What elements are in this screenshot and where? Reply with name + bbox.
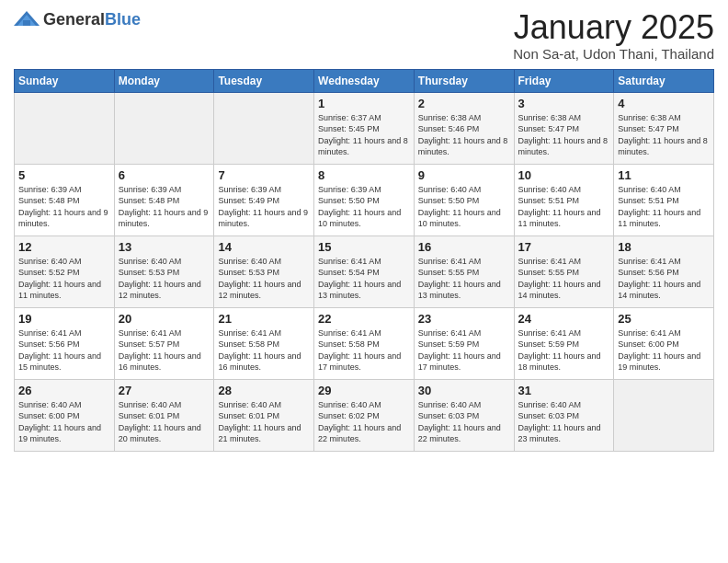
day-number: 8 xyxy=(318,168,410,182)
day-info: Sunrise: 6:41 AMSunset: 5:56 PMDaylight:… xyxy=(618,256,710,302)
logo: GeneralBlue xyxy=(14,9,141,29)
day-number: 26 xyxy=(18,384,110,397)
col-friday: Friday xyxy=(514,69,614,92)
calendar-title: January 2025 xyxy=(513,9,714,46)
day-number: 6 xyxy=(119,168,210,182)
day-info: Sunrise: 6:38 AMSunset: 5:47 PMDaylight:… xyxy=(618,112,710,158)
calendar-cell: 20 Sunrise: 6:41 AMSunset: 5:57 PMDaylig… xyxy=(114,307,214,379)
calendar-table: Sunday Monday Tuesday Wednesday Thursday… xyxy=(14,69,714,452)
calendar-cell: 5 Sunrise: 6:39 AMSunset: 5:48 PMDayligh… xyxy=(15,164,115,236)
calendar-cell: 23 Sunrise: 6:41 AMSunset: 5:59 PMDaylig… xyxy=(414,307,514,379)
calendar-cell: 11 Sunrise: 6:40 AMSunset: 5:51 PMDaylig… xyxy=(614,164,714,236)
day-number: 1 xyxy=(318,97,410,110)
day-info: Sunrise: 6:40 AMSunset: 5:51 PMDaylight:… xyxy=(618,184,710,230)
calendar-week-4: 19 Sunrise: 6:41 AMSunset: 5:56 PMDaylig… xyxy=(15,307,714,379)
calendar-cell: 4 Sunrise: 6:38 AMSunset: 5:47 PMDayligh… xyxy=(614,92,714,164)
calendar-page: GeneralBlue January 2025 Non Sa-at, Udon… xyxy=(0,0,728,563)
calendar-cell: 10 Sunrise: 6:40 AMSunset: 5:51 PMDaylig… xyxy=(514,164,614,236)
calendar-cell xyxy=(214,92,314,164)
logo-text: GeneralBlue xyxy=(43,11,141,28)
calendar-cell: 24 Sunrise: 6:41 AMSunset: 5:59 PMDaylig… xyxy=(514,307,614,379)
day-number: 30 xyxy=(418,384,510,397)
day-number: 17 xyxy=(518,240,610,254)
day-info: Sunrise: 6:40 AMSunset: 6:03 PMDaylight:… xyxy=(418,399,510,445)
calendar-cell: 22 Sunrise: 6:41 AMSunset: 5:58 PMDaylig… xyxy=(314,307,415,379)
day-info: Sunrise: 6:40 AMSunset: 5:53 PMDaylight:… xyxy=(119,256,210,302)
calendar-header: Sunday Monday Tuesday Wednesday Thursday… xyxy=(15,69,714,92)
day-info: Sunrise: 6:38 AMSunset: 5:46 PMDaylight:… xyxy=(418,112,510,158)
day-number: 7 xyxy=(218,168,310,182)
day-number: 28 xyxy=(218,384,310,397)
day-info: Sunrise: 6:39 AMSunset: 5:49 PMDaylight:… xyxy=(218,184,310,230)
day-info: Sunrise: 6:41 AMSunset: 5:54 PMDaylight:… xyxy=(318,256,410,302)
calendar-cell: 15 Sunrise: 6:41 AMSunset: 5:54 PMDaylig… xyxy=(314,236,415,307)
day-number: 25 xyxy=(618,312,710,326)
calendar-cell: 1 Sunrise: 6:37 AMSunset: 5:45 PMDayligh… xyxy=(314,92,415,164)
day-number: 31 xyxy=(518,384,610,397)
day-number: 5 xyxy=(18,168,110,182)
calendar-cell: 9 Sunrise: 6:40 AMSunset: 5:50 PMDayligh… xyxy=(414,164,514,236)
day-number: 3 xyxy=(518,97,610,110)
day-number: 12 xyxy=(18,240,110,254)
day-info: Sunrise: 6:40 AMSunset: 6:02 PMDaylight:… xyxy=(318,399,410,445)
logo-icon xyxy=(14,9,40,29)
day-info: Sunrise: 6:41 AMSunset: 5:55 PMDaylight:… xyxy=(418,256,510,302)
calendar-cell: 25 Sunrise: 6:41 AMSunset: 6:00 PMDaylig… xyxy=(614,307,714,379)
day-info: Sunrise: 6:40 AMSunset: 5:51 PMDaylight:… xyxy=(518,184,610,230)
calendar-cell: 3 Sunrise: 6:38 AMSunset: 5:47 PMDayligh… xyxy=(514,92,614,164)
calendar-cell: 21 Sunrise: 6:41 AMSunset: 5:58 PMDaylig… xyxy=(214,307,314,379)
day-info: Sunrise: 6:41 AMSunset: 5:57 PMDaylight:… xyxy=(119,327,210,373)
day-info: Sunrise: 6:41 AMSunset: 5:55 PMDaylight:… xyxy=(518,256,610,302)
day-info: Sunrise: 6:40 AMSunset: 6:03 PMDaylight:… xyxy=(518,399,610,445)
calendar-body: 1 Sunrise: 6:37 AMSunset: 5:45 PMDayligh… xyxy=(15,92,714,451)
calendar-cell: 28 Sunrise: 6:40 AMSunset: 6:01 PMDaylig… xyxy=(214,379,314,451)
col-sunday: Sunday xyxy=(15,69,115,92)
day-info: Sunrise: 6:41 AMSunset: 6:00 PMDaylight:… xyxy=(618,327,710,373)
calendar-cell xyxy=(15,92,115,164)
col-saturday: Saturday xyxy=(614,69,714,92)
day-number: 9 xyxy=(418,168,510,182)
calendar-week-1: 1 Sunrise: 6:37 AMSunset: 5:45 PMDayligh… xyxy=(15,92,714,164)
calendar-cell: 17 Sunrise: 6:41 AMSunset: 5:55 PMDaylig… xyxy=(514,236,614,307)
col-tuesday: Tuesday xyxy=(214,69,314,92)
logo-blue: Blue xyxy=(105,10,141,29)
day-info: Sunrise: 6:37 AMSunset: 5:45 PMDaylight:… xyxy=(318,112,410,158)
day-number: 21 xyxy=(218,312,310,326)
calendar-cell: 12 Sunrise: 6:40 AMSunset: 5:52 PMDaylig… xyxy=(15,236,115,307)
header-area: GeneralBlue January 2025 Non Sa-at, Udon… xyxy=(14,9,714,62)
day-number: 18 xyxy=(618,240,710,254)
calendar-cell xyxy=(114,92,214,164)
day-number: 22 xyxy=(318,312,410,326)
day-info: Sunrise: 6:40 AMSunset: 6:01 PMDaylight:… xyxy=(119,399,210,445)
col-monday: Monday xyxy=(114,69,214,92)
day-info: Sunrise: 6:40 AMSunset: 5:52 PMDaylight:… xyxy=(18,256,110,302)
calendar-cell: 30 Sunrise: 6:40 AMSunset: 6:03 PMDaylig… xyxy=(414,379,514,451)
day-info: Sunrise: 6:41 AMSunset: 5:58 PMDaylight:… xyxy=(318,327,410,373)
day-number: 23 xyxy=(418,312,510,326)
logo-general: General xyxy=(43,10,105,29)
day-number: 29 xyxy=(318,384,410,397)
day-info: Sunrise: 6:41 AMSunset: 5:58 PMDaylight:… xyxy=(218,327,310,373)
day-info: Sunrise: 6:40 AMSunset: 6:01 PMDaylight:… xyxy=(218,399,310,445)
calendar-cell: 2 Sunrise: 6:38 AMSunset: 5:46 PMDayligh… xyxy=(414,92,514,164)
calendar-cell: 26 Sunrise: 6:40 AMSunset: 6:00 PMDaylig… xyxy=(15,379,115,451)
calendar-week-2: 5 Sunrise: 6:39 AMSunset: 5:48 PMDayligh… xyxy=(15,164,714,236)
calendar-cell: 8 Sunrise: 6:39 AMSunset: 5:50 PMDayligh… xyxy=(314,164,415,236)
day-number: 15 xyxy=(318,240,410,254)
day-number: 4 xyxy=(618,97,710,110)
calendar-cell: 16 Sunrise: 6:41 AMSunset: 5:55 PMDaylig… xyxy=(414,236,514,307)
day-number: 2 xyxy=(418,97,510,110)
day-info: Sunrise: 6:39 AMSunset: 5:50 PMDaylight:… xyxy=(318,184,410,230)
day-number: 20 xyxy=(119,312,210,326)
calendar-week-3: 12 Sunrise: 6:40 AMSunset: 5:52 PMDaylig… xyxy=(15,236,714,307)
day-info: Sunrise: 6:41 AMSunset: 5:59 PMDaylight:… xyxy=(418,327,510,373)
day-number: 27 xyxy=(119,384,210,397)
calendar-cell: 27 Sunrise: 6:40 AMSunset: 6:01 PMDaylig… xyxy=(114,379,214,451)
day-info: Sunrise: 6:40 AMSunset: 5:50 PMDaylight:… xyxy=(418,184,510,230)
calendar-cell: 7 Sunrise: 6:39 AMSunset: 5:49 PMDayligh… xyxy=(214,164,314,236)
svg-rect-2 xyxy=(23,20,30,26)
title-area: January 2025 Non Sa-at, Udon Thani, Thai… xyxy=(513,9,714,62)
day-info: Sunrise: 6:41 AMSunset: 5:59 PMDaylight:… xyxy=(518,327,610,373)
header-row: Sunday Monday Tuesday Wednesday Thursday… xyxy=(15,69,714,92)
day-number: 14 xyxy=(218,240,310,254)
